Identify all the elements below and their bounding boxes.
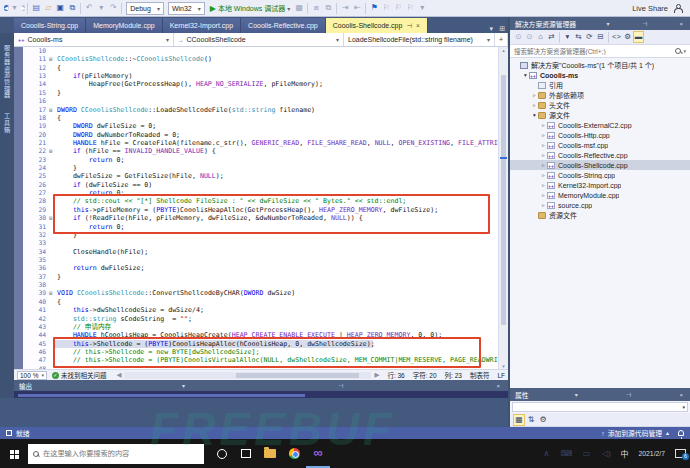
tree-item-Cooolis-ExternalC2.cpp[interactable]: ▹++Cooolis-ExternalC2.cpp: [510, 120, 690, 130]
open-file-icon[interactable]: ▱: [42, 3, 54, 13]
member-dropdown[interactable]: LoadeShellcodeFile(std::string filename)…: [344, 33, 495, 46]
fold-collapse-icon[interactable]: ⊟: [49, 147, 57, 155]
properties-object-dropdown[interactable]: ▾: [512, 402, 688, 412]
next-bookmark-icon[interactable]: ⚐: [392, 3, 404, 13]
solution-search-input[interactable]: [514, 48, 675, 55]
code-line[interactable]: [49, 256, 498, 264]
se-refresh-icon[interactable]: ⟳: [584, 32, 595, 42]
scroll-left-icon[interactable]: ◀: [116, 371, 121, 379]
se-preview-toggle-icon[interactable]: ▬: [633, 31, 644, 43]
step-into-icon[interactable]: ⇤: [351, 3, 363, 13]
code-line[interactable]: if (dwFileSize == 0): [49, 181, 498, 189]
expand-arrow-icon[interactable]: ▹: [531, 92, 538, 98]
code-line[interactable]: HANDLE hFile = CreateFileA(filename.c_st…: [49, 139, 498, 147]
chevron-down-icon[interactable]: ▾: [683, 48, 686, 54]
window-menu-icon[interactable]: ▾: [573, 391, 580, 398]
add-to-source-control-button[interactable]: 添加到源代码管理: [608, 428, 662, 438]
undo-icon[interactable]: ↶: [83, 3, 95, 13]
pin-icon[interactable]: ⊣: [624, 391, 633, 398]
project-dropdown[interactable]: ++ Cooolis-ms ▾: [14, 33, 174, 46]
action-center-icon[interactable]: 6: [675, 449, 686, 458]
code-line[interactable]: [49, 97, 498, 105]
tree-item-引用[interactable]: 引用: [510, 80, 690, 90]
output-scrollbar[interactable]: [18, 394, 305, 397]
tree-item-Cooolis-Http.cpp[interactable]: ▹++Cooolis-Http.cpp: [510, 130, 690, 140]
code-line[interactable]: if(pFileMemory): [49, 72, 498, 80]
se-switch-views-icon[interactable]: ⇄: [546, 32, 557, 42]
code-area[interactable]: ⊟CCooolisShellcode::~CCooolisShellcode()…: [49, 47, 498, 369]
live-share-button[interactable]: Live Share: [632, 4, 668, 13]
code-line[interactable]: {: [49, 114, 498, 122]
code-line[interactable]: dwFileSize = GetFileSize(hFile, NULL);: [49, 172, 498, 180]
cortana-button[interactable]: [210, 439, 234, 468]
tab-options-icon[interactable]: ⊞: [496, 25, 508, 33]
fold-collapse-icon[interactable]: ⊟: [49, 106, 57, 114]
server-explorer-tab[interactable]: 服务器资源管理器: [3, 45, 12, 99]
tree-item-Cooolis-msf.cpp[interactable]: ▹++Cooolis-msf.cpp: [510, 140, 690, 150]
code-line[interactable]: [49, 47, 498, 55]
bookmark-icon[interactable]: ⚑: [368, 3, 380, 13]
se-home-icon[interactable]: ⌂: [535, 32, 546, 42]
vertical-scrollbar[interactable]: ▴ ▾: [498, 47, 508, 369]
expand-arrow-icon[interactable]: ▹: [540, 202, 547, 208]
chrome-button[interactable]: [282, 439, 306, 468]
props-alphabetical-icon[interactable]: ⇅: [525, 415, 537, 425]
pin-icon[interactable]: ⊣: [335, 382, 346, 389]
expand-arrow-icon[interactable]: ▹: [540, 152, 547, 158]
close-icon[interactable]: ×: [677, 392, 685, 398]
close-icon[interactable]: ×: [677, 21, 685, 27]
undo-dropdown-icon[interactable]: ▾: [95, 3, 107, 13]
tree-item-Cooolis-ms[interactable]: ▾++Cooolis-ms: [510, 70, 690, 80]
code-line[interactable]: ⊟DWORD CCooolisShellcode::LoadeShellcode…: [49, 106, 498, 114]
code-line[interactable]: {: [49, 298, 498, 306]
code-line[interactable]: }: [49, 273, 498, 281]
expand-arrow-icon[interactable]: ▹: [531, 102, 538, 108]
se-view-code-icon[interactable]: <>: [611, 32, 622, 42]
back-history-dropdown-icon[interactable]: ▾: [9, 3, 21, 13]
clear-bookmarks-icon[interactable]: ⚐: [404, 3, 416, 13]
code-line[interactable]: ⊟CCooolisShellcode::~CCooolisShellcode(): [49, 55, 498, 63]
save-icon[interactable]: ▣: [54, 3, 66, 13]
taskbar-search-input[interactable]: [43, 449, 199, 458]
collapse-arrow-icon[interactable]: ▾: [531, 112, 538, 118]
expand-arrow-icon[interactable]: ▹: [540, 132, 547, 138]
se-back-icon[interactable]: ⊙: [513, 32, 524, 42]
save-all-icon[interactable]: ⧉: [66, 3, 78, 13]
close-icon[interactable]: ×: [416, 22, 420, 29]
properties-header[interactable]: 属性 ▾ ⊣ ×: [510, 388, 690, 401]
props-categorized-icon[interactable]: ▦: [513, 414, 525, 426]
close-icon[interactable]: ×: [493, 383, 503, 389]
code-line[interactable]: [49, 239, 498, 247]
code-line[interactable]: }: [49, 89, 498, 97]
se-collapse-all-icon[interactable]: ⊟: [595, 32, 606, 42]
pin-icon[interactable]: ⊣: [406, 22, 412, 30]
zoom-dropdown[interactable]: 100 % ▾: [17, 371, 47, 380]
build-icon[interactable]: ⧈: [310, 3, 322, 13]
code-line[interactable]: std::string sCodeString = "";: [49, 315, 498, 323]
step-over-icon[interactable]: ⇥: [339, 3, 351, 13]
volume-icon[interactable]: ◁): [601, 449, 613, 459]
code-line[interactable]: ⊟VOID CCooolisShellcode::ConvertShellcod…: [49, 289, 498, 297]
hidden-icons-chevron-icon[interactable]: ∧: [541, 449, 553, 459]
tree-item-头文件[interactable]: ▹头文件: [510, 100, 690, 110]
code-line[interactable]: [49, 281, 498, 289]
file-explorer-button[interactable]: [258, 439, 282, 468]
code-line[interactable]: // 申请内存: [49, 323, 498, 331]
visual-studio-button[interactable]: ∞: [306, 439, 330, 468]
pin-icon[interactable]: ⊣: [640, 20, 649, 27]
start-debugging-button[interactable]: ▶ 本地 Windows 调试器 ▾: [210, 3, 290, 13]
output-content[interactable]: [14, 391, 508, 398]
attach-process-icon[interactable]: ▦: [293, 3, 305, 13]
code-line[interactable]: return dwFileSize;: [49, 264, 498, 272]
type-dropdown[interactable]: → CCooolisShellcode ▾: [174, 33, 344, 46]
build-all-icon[interactable]: ⧉: [322, 3, 334, 13]
code-line[interactable]: CloseHandle(hFile);: [49, 248, 498, 256]
window-menu-icon[interactable]: ▾: [605, 20, 612, 27]
scroll-up-icon[interactable]: ▴: [502, 47, 505, 53]
tree-item-Kernel32-Import.cpp[interactable]: ▹++Kernel32-Import.cpp: [510, 180, 690, 190]
tab-Cooolis-String.cpp[interactable]: Cooolis-String.cpp: [14, 18, 86, 33]
window-menu-icon[interactable]: ▾: [179, 382, 188, 389]
code-line[interactable]: this->dwShellcodeSize = dwSize/4;: [49, 306, 498, 314]
taskbar-search-box[interactable]: [28, 444, 204, 464]
tree-item-Cooolis-Shellcode.cpp[interactable]: ▹++Cooolis-Shellcode.cpp: [510, 160, 690, 170]
